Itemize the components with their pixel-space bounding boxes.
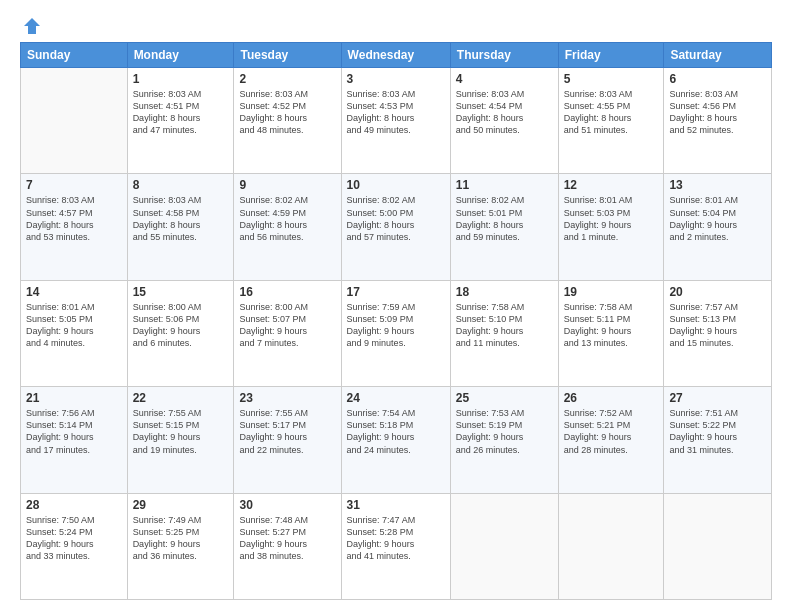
calendar-cell: 14Sunrise: 8:01 AM Sunset: 5:05 PM Dayli… bbox=[21, 280, 128, 386]
day-number: 6 bbox=[669, 72, 766, 86]
day-info: Sunrise: 8:02 AM Sunset: 5:00 PM Dayligh… bbox=[347, 194, 445, 243]
day-info: Sunrise: 7:55 AM Sunset: 5:17 PM Dayligh… bbox=[239, 407, 335, 456]
calendar-cell: 20Sunrise: 7:57 AM Sunset: 5:13 PM Dayli… bbox=[664, 280, 772, 386]
day-number: 19 bbox=[564, 285, 659, 299]
calendar-cell: 16Sunrise: 8:00 AM Sunset: 5:07 PM Dayli… bbox=[234, 280, 341, 386]
day-info: Sunrise: 8:03 AM Sunset: 4:58 PM Dayligh… bbox=[133, 194, 229, 243]
week-row-2: 7Sunrise: 8:03 AM Sunset: 4:57 PM Daylig… bbox=[21, 174, 772, 280]
day-info: Sunrise: 7:47 AM Sunset: 5:28 PM Dayligh… bbox=[347, 514, 445, 563]
day-number: 11 bbox=[456, 178, 553, 192]
day-info: Sunrise: 7:49 AM Sunset: 5:25 PM Dayligh… bbox=[133, 514, 229, 563]
calendar-cell: 31Sunrise: 7:47 AM Sunset: 5:28 PM Dayli… bbox=[341, 493, 450, 599]
day-number: 8 bbox=[133, 178, 229, 192]
day-number: 4 bbox=[456, 72, 553, 86]
calendar-cell: 19Sunrise: 7:58 AM Sunset: 5:11 PM Dayli… bbox=[558, 280, 664, 386]
weekday-header-row: SundayMondayTuesdayWednesdayThursdayFrid… bbox=[21, 43, 772, 68]
day-info: Sunrise: 7:53 AM Sunset: 5:19 PM Dayligh… bbox=[456, 407, 553, 456]
day-info: Sunrise: 8:01 AM Sunset: 5:05 PM Dayligh… bbox=[26, 301, 122, 350]
day-number: 18 bbox=[456, 285, 553, 299]
day-number: 13 bbox=[669, 178, 766, 192]
day-info: Sunrise: 8:00 AM Sunset: 5:07 PM Dayligh… bbox=[239, 301, 335, 350]
day-number: 23 bbox=[239, 391, 335, 405]
calendar-cell: 29Sunrise: 7:49 AM Sunset: 5:25 PM Dayli… bbox=[127, 493, 234, 599]
day-info: Sunrise: 8:03 AM Sunset: 4:55 PM Dayligh… bbox=[564, 88, 659, 137]
day-info: Sunrise: 7:59 AM Sunset: 5:09 PM Dayligh… bbox=[347, 301, 445, 350]
calendar-cell: 4Sunrise: 8:03 AM Sunset: 4:54 PM Daylig… bbox=[450, 68, 558, 174]
day-info: Sunrise: 7:48 AM Sunset: 5:27 PM Dayligh… bbox=[239, 514, 335, 563]
day-info: Sunrise: 8:03 AM Sunset: 4:56 PM Dayligh… bbox=[669, 88, 766, 137]
calendar-cell: 24Sunrise: 7:54 AM Sunset: 5:18 PM Dayli… bbox=[341, 387, 450, 493]
calendar-cell: 10Sunrise: 8:02 AM Sunset: 5:00 PM Dayli… bbox=[341, 174, 450, 280]
week-row-1: 1Sunrise: 8:03 AM Sunset: 4:51 PM Daylig… bbox=[21, 68, 772, 174]
calendar-cell bbox=[21, 68, 128, 174]
day-info: Sunrise: 8:03 AM Sunset: 4:51 PM Dayligh… bbox=[133, 88, 229, 137]
calendar-cell: 8Sunrise: 8:03 AM Sunset: 4:58 PM Daylig… bbox=[127, 174, 234, 280]
weekday-tuesday: Tuesday bbox=[234, 43, 341, 68]
logo-icon bbox=[22, 16, 42, 36]
calendar-cell: 2Sunrise: 8:03 AM Sunset: 4:52 PM Daylig… bbox=[234, 68, 341, 174]
weekday-sunday: Sunday bbox=[21, 43, 128, 68]
calendar-cell: 11Sunrise: 8:02 AM Sunset: 5:01 PM Dayli… bbox=[450, 174, 558, 280]
calendar-cell: 13Sunrise: 8:01 AM Sunset: 5:04 PM Dayli… bbox=[664, 174, 772, 280]
calendar-table: SundayMondayTuesdayWednesdayThursdayFrid… bbox=[20, 42, 772, 600]
week-row-5: 28Sunrise: 7:50 AM Sunset: 5:24 PM Dayli… bbox=[21, 493, 772, 599]
logo bbox=[20, 16, 42, 32]
weekday-saturday: Saturday bbox=[664, 43, 772, 68]
weekday-friday: Friday bbox=[558, 43, 664, 68]
page: SundayMondayTuesdayWednesdayThursdayFrid… bbox=[0, 0, 792, 612]
day-info: Sunrise: 8:00 AM Sunset: 5:06 PM Dayligh… bbox=[133, 301, 229, 350]
calendar-cell: 22Sunrise: 7:55 AM Sunset: 5:15 PM Dayli… bbox=[127, 387, 234, 493]
calendar-cell: 5Sunrise: 8:03 AM Sunset: 4:55 PM Daylig… bbox=[558, 68, 664, 174]
day-info: Sunrise: 7:55 AM Sunset: 5:15 PM Dayligh… bbox=[133, 407, 229, 456]
day-number: 16 bbox=[239, 285, 335, 299]
day-info: Sunrise: 7:51 AM Sunset: 5:22 PM Dayligh… bbox=[669, 407, 766, 456]
calendar-cell: 7Sunrise: 8:03 AM Sunset: 4:57 PM Daylig… bbox=[21, 174, 128, 280]
day-info: Sunrise: 7:57 AM Sunset: 5:13 PM Dayligh… bbox=[669, 301, 766, 350]
calendar-cell: 21Sunrise: 7:56 AM Sunset: 5:14 PM Dayli… bbox=[21, 387, 128, 493]
day-number: 9 bbox=[239, 178, 335, 192]
calendar-cell: 17Sunrise: 7:59 AM Sunset: 5:09 PM Dayli… bbox=[341, 280, 450, 386]
day-info: Sunrise: 7:58 AM Sunset: 5:10 PM Dayligh… bbox=[456, 301, 553, 350]
calendar-cell: 3Sunrise: 8:03 AM Sunset: 4:53 PM Daylig… bbox=[341, 68, 450, 174]
calendar-cell: 25Sunrise: 7:53 AM Sunset: 5:19 PM Dayli… bbox=[450, 387, 558, 493]
day-number: 22 bbox=[133, 391, 229, 405]
day-number: 12 bbox=[564, 178, 659, 192]
day-number: 25 bbox=[456, 391, 553, 405]
day-info: Sunrise: 7:52 AM Sunset: 5:21 PM Dayligh… bbox=[564, 407, 659, 456]
day-number: 2 bbox=[239, 72, 335, 86]
day-number: 27 bbox=[669, 391, 766, 405]
day-info: Sunrise: 7:50 AM Sunset: 5:24 PM Dayligh… bbox=[26, 514, 122, 563]
day-number: 30 bbox=[239, 498, 335, 512]
day-number: 17 bbox=[347, 285, 445, 299]
calendar-cell: 6Sunrise: 8:03 AM Sunset: 4:56 PM Daylig… bbox=[664, 68, 772, 174]
day-number: 7 bbox=[26, 178, 122, 192]
day-info: Sunrise: 8:03 AM Sunset: 4:57 PM Dayligh… bbox=[26, 194, 122, 243]
weekday-monday: Monday bbox=[127, 43, 234, 68]
day-info: Sunrise: 8:02 AM Sunset: 4:59 PM Dayligh… bbox=[239, 194, 335, 243]
day-number: 28 bbox=[26, 498, 122, 512]
calendar-cell: 30Sunrise: 7:48 AM Sunset: 5:27 PM Dayli… bbox=[234, 493, 341, 599]
calendar-cell: 12Sunrise: 8:01 AM Sunset: 5:03 PM Dayli… bbox=[558, 174, 664, 280]
header bbox=[20, 16, 772, 32]
svg-marker-0 bbox=[24, 18, 40, 34]
weekday-wednesday: Wednesday bbox=[341, 43, 450, 68]
calendar-cell: 1Sunrise: 8:03 AM Sunset: 4:51 PM Daylig… bbox=[127, 68, 234, 174]
day-info: Sunrise: 7:54 AM Sunset: 5:18 PM Dayligh… bbox=[347, 407, 445, 456]
day-info: Sunrise: 7:58 AM Sunset: 5:11 PM Dayligh… bbox=[564, 301, 659, 350]
day-info: Sunrise: 8:03 AM Sunset: 4:53 PM Dayligh… bbox=[347, 88, 445, 137]
day-number: 14 bbox=[26, 285, 122, 299]
calendar-cell: 28Sunrise: 7:50 AM Sunset: 5:24 PM Dayli… bbox=[21, 493, 128, 599]
week-row-3: 14Sunrise: 8:01 AM Sunset: 5:05 PM Dayli… bbox=[21, 280, 772, 386]
calendar-cell: 26Sunrise: 7:52 AM Sunset: 5:21 PM Dayli… bbox=[558, 387, 664, 493]
day-number: 3 bbox=[347, 72, 445, 86]
day-number: 21 bbox=[26, 391, 122, 405]
calendar-cell bbox=[558, 493, 664, 599]
day-number: 24 bbox=[347, 391, 445, 405]
day-info: Sunrise: 8:03 AM Sunset: 4:52 PM Dayligh… bbox=[239, 88, 335, 137]
day-number: 1 bbox=[133, 72, 229, 86]
day-number: 10 bbox=[347, 178, 445, 192]
calendar-cell bbox=[450, 493, 558, 599]
day-info: Sunrise: 7:56 AM Sunset: 5:14 PM Dayligh… bbox=[26, 407, 122, 456]
day-info: Sunrise: 8:01 AM Sunset: 5:04 PM Dayligh… bbox=[669, 194, 766, 243]
calendar-cell: 27Sunrise: 7:51 AM Sunset: 5:22 PM Dayli… bbox=[664, 387, 772, 493]
